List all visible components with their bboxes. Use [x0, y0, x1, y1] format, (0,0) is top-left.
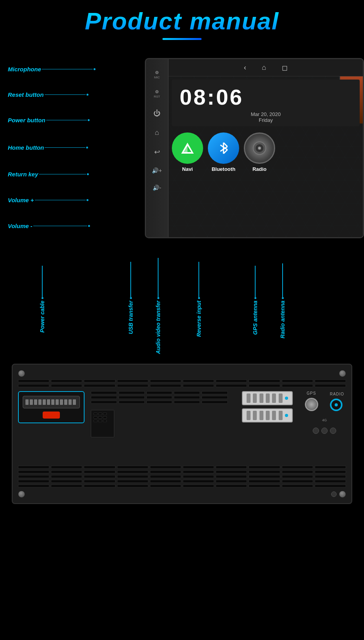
- vent-slot: [216, 466, 247, 469]
- vent-slot: [150, 480, 181, 483]
- vol-minus-btn[interactable]: 🔊-: [153, 185, 161, 191]
- label-line: [46, 120, 87, 121]
- usb-pin: [279, 411, 283, 420]
- back-nav-icon[interactable]: ‹: [244, 63, 246, 72]
- power-btn-icon[interactable]: ⏻: [153, 109, 160, 118]
- vent-slot: [18, 466, 49, 469]
- vent-slot: [18, 470, 49, 473]
- bottom-labels-area: Power cable USB transfer Audio video tra…: [0, 258, 364, 364]
- label-line: [45, 147, 85, 148]
- label-line: [39, 174, 86, 175]
- vent-slot: [183, 475, 214, 478]
- screen-content: 08:06 Mar 20, 2020 Friday Navi: [169, 76, 363, 237]
- vent-slot: [249, 379, 280, 383]
- usb-connector-top: [242, 391, 293, 405]
- vent-slot: [18, 475, 49, 478]
- radio-area: RADIO: [330, 392, 344, 411]
- pin: [43, 399, 46, 405]
- vent-slot: [18, 480, 49, 483]
- rotated-dot: [282, 297, 284, 299]
- svg-marker-2: [184, 144, 187, 152]
- vent-slot: [117, 484, 148, 488]
- vol-plus-btn[interactable]: 🔊+: [152, 167, 162, 174]
- vent-slot: [183, 384, 214, 387]
- small-circle: [321, 428, 328, 434]
- device-screen: ‹ ⌂ ◻ 08:06 Mar 20, 2020 Friday: [169, 59, 363, 237]
- vent-slot: [249, 466, 280, 469]
- screw-top-left: [18, 370, 25, 377]
- label-line: [33, 226, 87, 227]
- label-usb-transfer: USB transfer: [128, 262, 134, 334]
- label-gps-antenna: GPS antenna: [252, 266, 258, 335]
- navi-app-btn[interactable]: Navi: [172, 132, 203, 172]
- gps-area: GPS: [305, 391, 318, 411]
- vent-slot: [216, 379, 247, 383]
- panel-center-vents: [91, 391, 228, 437]
- vent-slot: [174, 401, 200, 404]
- vent-slot: [117, 379, 148, 383]
- rst-indicator: RST: [154, 90, 160, 98]
- label-power-button: Power button: [8, 117, 90, 123]
- vent-slot: [84, 379, 115, 383]
- usb-connectors-area: [242, 391, 293, 422]
- return-btn-icon[interactable]: ↩: [154, 148, 160, 156]
- power-connector-plug: [23, 396, 80, 408]
- home-btn-icon[interactable]: ⌂: [155, 129, 159, 137]
- gps-text: GPS: [305, 391, 318, 395]
- vent-row: [18, 384, 346, 387]
- vent-slot: [18, 484, 49, 488]
- label-dot: [88, 225, 90, 227]
- vent-slot: [282, 470, 313, 473]
- label-microphone: Microphone: [8, 66, 96, 73]
- vent-slot: [282, 379, 313, 383]
- vent-slot: [216, 484, 247, 488]
- vent-slot: [117, 466, 148, 469]
- gps-radio-connectors: GPS RADIO 4G: [299, 391, 346, 434]
- vent-slot: [146, 391, 173, 394]
- title-underline: [162, 38, 202, 40]
- back-panel: GPS RADIO 4G: [12, 364, 352, 504]
- vent-slot: [117, 475, 148, 478]
- center-vent-rows: [91, 391, 228, 404]
- home-nav-icon[interactable]: ⌂: [262, 63, 266, 72]
- vent-slot: [183, 466, 214, 469]
- recents-nav-icon[interactable]: ◻: [282, 63, 288, 72]
- pin: [56, 399, 59, 405]
- bluetooth-icon: [208, 132, 239, 164]
- rotated-dot: [130, 297, 132, 299]
- usb-transfer-label: USB transfer: [128, 301, 134, 334]
- vent-slot: [51, 466, 82, 469]
- vent-slot: [249, 384, 280, 387]
- radio-text: RADIO: [330, 392, 344, 396]
- svg-point-11: [259, 147, 260, 149]
- label-line: [42, 69, 93, 70]
- vent-slot: [183, 484, 214, 488]
- vent-slot: [84, 480, 115, 483]
- vent-slot: [117, 480, 148, 483]
- rotated-dot: [157, 297, 159, 299]
- rotated-dot: [41, 297, 43, 299]
- vent-slot: [84, 484, 115, 488]
- vent-slot: [282, 475, 313, 478]
- bottom-right-elements: [331, 491, 346, 498]
- app-row: Navi Bluetooth: [169, 126, 363, 175]
- vent-slot: [216, 475, 247, 478]
- usb-dot: [285, 414, 288, 417]
- gps-antenna-label: GPS antenna: [252, 301, 258, 335]
- power-cable-label: Power cable: [39, 301, 45, 333]
- home-icon: ⌂: [155, 129, 159, 137]
- usb-pin: [266, 411, 270, 420]
- radio-icon: [244, 132, 275, 164]
- pin: [60, 399, 63, 405]
- pin: [34, 399, 37, 405]
- vent-slot: [282, 480, 313, 483]
- radio-app-btn[interactable]: Radio: [244, 132, 275, 172]
- vent-slot: [51, 470, 82, 473]
- bluetooth-label: Bluetooth: [212, 166, 236, 172]
- vent-row: [18, 466, 346, 469]
- radio-port: [330, 399, 342, 411]
- vent-slot: [249, 484, 280, 488]
- vent-slot: [91, 401, 117, 404]
- bluetooth-app-btn[interactable]: Bluetooth: [208, 132, 239, 172]
- clock-area: 08:06 Mar 20, 2020 Friday: [172, 80, 360, 126]
